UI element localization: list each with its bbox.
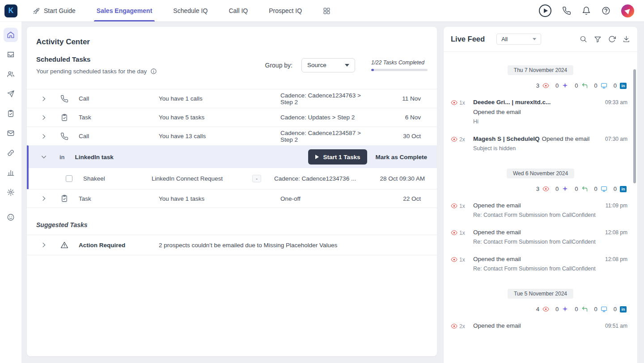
- sidebar-item-integrations[interactable]: [4, 146, 18, 160]
- refresh-icon[interactable]: [608, 35, 616, 43]
- live-feed-title: Live Feed: [451, 35, 485, 43]
- info-icon[interactable]: [150, 68, 157, 75]
- feed-item[interactable]: 1x Opened the email12:08 pm Re: Contact …: [444, 224, 637, 250]
- chevron-right-icon[interactable]: [40, 95, 47, 102]
- feed-date-header: Tue 5 November 2024: [508, 289, 573, 299]
- nav-sales-engagement[interactable]: Sales Engagement: [97, 0, 153, 21]
- action-required-message: 2 prospects couldn't be emailed due to M…: [159, 242, 337, 249]
- chevron-right-icon[interactable]: [40, 241, 47, 249]
- replies-count: 0: [575, 306, 578, 312]
- account-brand-logo[interactable]: [621, 4, 634, 17]
- feed-filter-select[interactable]: All: [496, 34, 541, 45]
- clipboard-icon: [60, 114, 68, 122]
- event-time: 12:08 pm: [601, 229, 627, 236]
- feed-item[interactable]: 2x Opened the email09:51 am: [444, 317, 637, 335]
- sidebar-item-feedback[interactable]: [4, 210, 18, 224]
- click-spark-icon: [562, 82, 568, 89]
- sidebar-item-cadences[interactable]: [4, 87, 18, 101]
- task-row-task-2[interactable]: Task You have 1 tasks One-off 22 Oct: [27, 189, 437, 208]
- subtask-source: Cadence: Cadence1234736 ...: [274, 175, 374, 182]
- action-required-row[interactable]: Action Required 2 prospects couldn't be …: [27, 235, 437, 255]
- nav-prospect-iq[interactable]: Prospect IQ: [269, 0, 302, 21]
- chevron-right-icon[interactable]: [40, 133, 47, 140]
- scheduled-tasks-subtitle: Your pending scheduled tasks for the day: [36, 68, 147, 75]
- nav-schedule-iq[interactable]: Schedule IQ: [173, 0, 208, 21]
- event-count: 1x: [459, 100, 465, 106]
- sidebar-item-reports[interactable]: [4, 165, 18, 180]
- help-icon[interactable]: [602, 6, 610, 15]
- subtask-checkbox[interactable]: [66, 175, 72, 182]
- link-icon: [7, 149, 15, 157]
- feed-item[interactable]: 2x Magesh S | ScheduleIQOpened the email…: [444, 130, 637, 157]
- prospect-name[interactable]: Deedee Gri... | murexltd.c...: [473, 99, 551, 106]
- feed-item[interactable]: 1x Opened the email12:08 pm Re: Contact …: [444, 250, 637, 277]
- sidebar-item-home[interactable]: [4, 28, 18, 42]
- event-time: 07:30 am: [601, 136, 627, 142]
- task-row-call-2[interactable]: Call You have 13 calls Cadence: Cadence1…: [27, 127, 437, 145]
- phone-icon: [60, 132, 68, 140]
- visits-count: 0: [594, 306, 597, 312]
- task-source: Cadence: Cadence1234763 > Step 2: [280, 92, 374, 106]
- start-tasks-button[interactable]: Start 1 Tasks: [308, 149, 367, 165]
- scheduled-tasks-title: Scheduled Tasks: [36, 55, 157, 63]
- inbox-icon: [7, 51, 15, 59]
- click-spark-icon: [562, 306, 568, 312]
- feed-item[interactable]: 1x Deedee Gri... | murexltd.c...09:33 am…: [444, 93, 637, 130]
- nav-label: Call IQ: [229, 7, 248, 14]
- prospect-name[interactable]: Magesh S | ScheduleIQ: [473, 135, 540, 142]
- task-row-task-1[interactable]: Task You have 5 tasks Cadence: Updates >…: [27, 108, 437, 127]
- download-icon[interactable]: [623, 35, 630, 43]
- nav-start-guide[interactable]: Start Guide: [33, 0, 76, 21]
- nav-label: Prospect IQ: [269, 7, 302, 14]
- clicks-count: 0: [555, 82, 559, 89]
- event-detail: Hi: [473, 118, 627, 125]
- linkedin-icon: [620, 186, 627, 192]
- notifications-bell-icon[interactable]: [582, 6, 591, 15]
- task-row-linkedin[interactable]: LinkedIn task Start 1 Tasks Mark as Comp…: [29, 146, 437, 168]
- filter-funnel-icon[interactable]: [594, 35, 602, 43]
- sidebar-item-inbox[interactable]: [4, 47, 18, 62]
- task-date: 22 Oct: [403, 195, 421, 202]
- eye-icon: [542, 82, 549, 89]
- sidebar-item-templates[interactable]: [4, 126, 18, 140]
- mark-as-complete-button[interactable]: Mark as Complete: [375, 154, 427, 160]
- chevron-right-icon[interactable]: [40, 195, 47, 202]
- clipboard-icon: [7, 110, 15, 118]
- bar-chart-icon: [7, 169, 15, 177]
- feed-scrollbar-thumb[interactable]: [633, 69, 636, 183]
- nav-call-iq[interactable]: Call IQ: [229, 0, 248, 21]
- sidebar-item-prospects[interactable]: [4, 67, 18, 81]
- top-navigation-bar: K Start Guide Sales Engagement Schedule …: [0, 0, 644, 21]
- feed-item[interactable]: 1x Opened the email11:09 pm Re: Contact …: [444, 197, 637, 224]
- task-source: Cadence: Updates > Step 2: [280, 114, 374, 121]
- nav-label: Start Guide: [44, 7, 76, 14]
- eye-icon: [451, 99, 458, 106]
- opens-count: 4: [536, 306, 539, 312]
- task-row-call-1[interactable]: Call You have 1 calls Cadence: Cadence12…: [27, 89, 437, 108]
- event-action: Opened the email: [473, 109, 627, 115]
- live-feed-header: Live Feed All: [444, 27, 637, 52]
- replies-count: 0: [575, 82, 578, 89]
- linkedin-subtask-row[interactable]: Shakeel LinkedIn Connect Request - Caden…: [29, 168, 437, 189]
- replies-count: 0: [575, 186, 578, 192]
- dialer-play-button[interactable]: [539, 4, 551, 17]
- klenty-logo[interactable]: K: [4, 4, 17, 17]
- play-icon: [315, 155, 319, 159]
- event-time: 09:51 am: [601, 323, 627, 329]
- sidebar-item-settings[interactable]: [4, 185, 18, 199]
- task-type: LinkedIn task: [75, 154, 114, 160]
- prospect-name: Shakeel: [83, 175, 152, 182]
- event-time: 11:09 pm: [601, 203, 627, 209]
- chevron-down-icon[interactable]: [40, 153, 47, 160]
- reply-icon: [581, 82, 588, 89]
- chevron-right-icon[interactable]: [40, 114, 47, 121]
- nav-apps-menu[interactable]: [323, 0, 330, 21]
- group-by-select[interactable]: Source: [301, 58, 355, 72]
- phone-icon[interactable]: [562, 6, 571, 15]
- search-icon[interactable]: [580, 35, 587, 43]
- gear-icon: [7, 188, 15, 196]
- feed-date-header: Wed 6 November 2024: [507, 169, 574, 178]
- event-action: Opened the email: [473, 256, 521, 262]
- left-icon-sidebar: [0, 21, 21, 363]
- sidebar-item-tasks[interactable]: [4, 106, 18, 121]
